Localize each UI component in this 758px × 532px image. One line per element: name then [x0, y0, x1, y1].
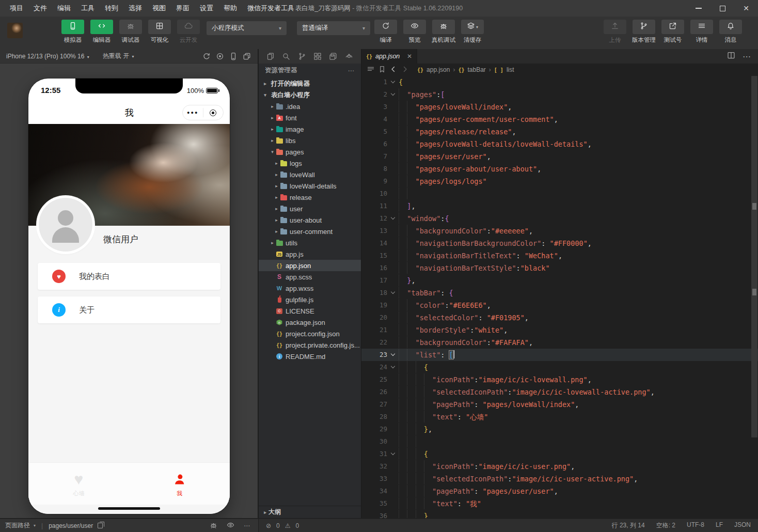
outline-menu-icon[interactable] — [367, 65, 375, 75]
tree-item-[interactable]: ▾表白墙小程序 — [259, 89, 361, 101]
breadcrumb-item[interactable]: tabBar — [467, 66, 485, 73]
nav-forward-icon[interactable] — [401, 65, 409, 75]
code-line-26[interactable]: 26"selectedIconPath":"image/ic/ic-lovewa… — [361, 386, 758, 398]
tree-item-font[interactable]: ▸Afont — [259, 112, 361, 123]
more-icon[interactable]: ●●● — [183, 110, 203, 115]
cursor-position[interactable]: 行 23, 列 14 — [612, 521, 645, 530]
sim-windows-button[interactable] — [240, 52, 254, 60]
footer-more-icon[interactable]: ⋯ — [244, 522, 250, 529]
menu-item-6[interactable]: 视图 — [148, 2, 170, 15]
toolbar-grid-button[interactable]: 可视化 — [148, 20, 171, 44]
toolbar-phone-button[interactable]: 模拟器 — [61, 20, 85, 44]
menu-item-about[interactable]: i 关于 — [38, 296, 220, 323]
nav-back-icon[interactable] — [389, 65, 398, 75]
tree-item-user-comment[interactable]: ▸user-comment — [259, 226, 361, 237]
code-line-21[interactable]: 21"borderStyle":"white", — [361, 324, 758, 336]
tree-item-user-about[interactable]: ▸user-about — [259, 214, 361, 226]
tab-app-json[interactable]: {} app.json ✕ — [361, 49, 417, 64]
menu-item-8[interactable]: 设置 — [195, 2, 218, 15]
indent-setting[interactable]: 空格: 2 — [656, 521, 675, 530]
code-line-23[interactable]: 23"list": [ — [361, 349, 758, 361]
tree-item-package.json[interactable]: npackage.json — [259, 317, 361, 328]
tab-me[interactable]: 我 — [129, 463, 230, 505]
exit-target-icon[interactable] — [203, 109, 224, 116]
code-line-14[interactable]: 14"navigationBarBackgroundColor": "#FF00… — [361, 237, 758, 249]
tree-item-app.wxss[interactable]: Wapp.wxss — [259, 283, 361, 294]
code-line-4[interactable]: 4"pages/user-comment/user-comment", — [361, 113, 758, 126]
toolbar-bug-button[interactable]: 调试器 — [119, 20, 143, 44]
user-avatar[interactable] — [7, 23, 23, 38]
language-mode[interactable]: JSON — [734, 521, 751, 530]
fold-chevron-icon[interactable] — [391, 364, 395, 368]
toolbar-code-button[interactable]: 编辑器 — [90, 20, 114, 44]
code-line-19[interactable]: 19"color":"#E6E6E6", — [361, 299, 758, 311]
strip-teapot-icon[interactable] — [345, 52, 353, 60]
device-select[interactable]: iPhone 12/13 (Pro) 100% 16 ▾ — [0, 53, 89, 60]
menu-item-10[interactable]: 微信开发者工具 — [243, 2, 299, 15]
breadcrumb-item[interactable]: list — [507, 66, 514, 73]
breadcrumb-item[interactable]: app.json — [427, 66, 450, 73]
code-line-16[interactable]: 16"navigationBarTextStyle":"black" — [361, 262, 758, 274]
code-line-18[interactable]: 18"tabBar": { — [361, 287, 758, 299]
profile-avatar[interactable] — [39, 198, 92, 252]
code-line-2[interactable]: 2"pages":[ — [361, 88, 758, 101]
code-line-12[interactable]: 12"window":{ — [361, 212, 758, 225]
menu-item-0[interactable]: 项目 — [5, 2, 28, 15]
code-line-34[interactable]: 34"pagePath": "pages/user/user", — [361, 485, 758, 497]
sim-phone-button[interactable] — [227, 52, 240, 60]
code-line-30[interactable]: 30 — [361, 435, 758, 448]
fold-chevron-icon[interactable] — [391, 290, 395, 294]
close-button[interactable]: ✕ — [734, 0, 758, 17]
warnings-count[interactable]: 0 — [296, 522, 299, 529]
compile-select[interactable]: 普通编译▾ — [297, 21, 370, 35]
code-line-25[interactable]: 25"iconPath":"image/ic/ic-lovewall.png", — [361, 373, 758, 386]
code-line-9[interactable]: 9"pages/logs/logs" — [361, 175, 758, 187]
code-line-27[interactable]: 27"pagePath": "pages/loveWall/index", — [361, 398, 758, 411]
hot-reload-toggle[interactable]: 热重载 开 ▾ — [89, 52, 134, 60]
strip-files-icon[interactable] — [266, 52, 275, 60]
toolbar-bell-button[interactable]: 消息 — [719, 20, 743, 44]
code-line-22[interactable]: 22"backgroundColor":"#FAFAFA", — [361, 336, 758, 349]
fold-chevron-icon[interactable] — [391, 352, 395, 356]
menu-item-7[interactable]: 界面 — [171, 2, 194, 15]
toolbar-refresh-action[interactable]: 编译 — [374, 20, 398, 44]
toolbar-cloud-button[interactable]: 云开发 — [177, 20, 200, 44]
close-icon[interactable]: ✕ — [407, 53, 412, 60]
editor-scrollbar[interactable] — [751, 76, 757, 437]
debug-icon[interactable] — [210, 521, 217, 530]
tree-item-loveWall[interactable]: ▸loveWall — [259, 169, 361, 180]
toolbar-lines-button[interactable]: 详情 — [690, 20, 714, 44]
code-line-11[interactable]: 11], — [361, 200, 758, 212]
fold-chevron-icon[interactable] — [391, 91, 395, 96]
tree-item-user[interactable]: ▸user — [259, 203, 361, 214]
tree-item-logs[interactable]: ▸logs — [259, 158, 361, 169]
mode-select[interactable]: 小程序模式▾ — [207, 21, 287, 35]
toolbar-branch-button[interactable]: 版本管理 — [632, 20, 656, 44]
tree-item-project.config.json[interactable]: {}project.config.json — [259, 328, 361, 339]
code-line-17[interactable]: 17}, — [361, 274, 758, 287]
copy-icon[interactable] — [98, 523, 103, 528]
code-line-13[interactable]: 13"backgroundColor":"#eeeeee", — [361, 225, 758, 237]
code-line-33[interactable]: 33"selectedIconPath":"image/ic/ic-user-a… — [361, 473, 758, 485]
code-line-29[interactable]: 29}, — [361, 423, 758, 435]
menu-item-4[interactable]: 转到 — [100, 2, 123, 15]
code-line-28[interactable]: 28"text": "心墙" — [361, 411, 758, 423]
split-icon[interactable] — [727, 51, 735, 61]
strip-blocks-icon[interactable] — [313, 52, 322, 60]
toolbar-upload-button[interactable]: 上传 — [603, 20, 627, 44]
tree-item-loveWall-details[interactable]: ▸loveWall-details — [259, 180, 361, 192]
code-line-35[interactable]: 35"text": "我" — [361, 497, 758, 510]
code-area[interactable]: 1{2"pages":[3"pages/loveWall/index",4"pa… — [361, 76, 758, 518]
tree-item-app.json[interactable]: {}app.json — [259, 260, 361, 271]
page-path-label[interactable]: 页面路径 — [5, 521, 30, 530]
tree-item-app.scss[interactable]: Sapp.scss — [259, 271, 361, 283]
bookmark-icon[interactable] — [378, 65, 386, 75]
encoding[interactable]: UTF-8 — [687, 521, 704, 530]
warnings-icon[interactable]: ⚠ — [285, 522, 291, 529]
editor-more-icon[interactable]: ⋯ — [743, 52, 751, 61]
errors-icon[interactable]: ⊘ — [266, 522, 271, 529]
sim-record-button[interactable] — [213, 52, 227, 60]
code-line-1[interactable]: 1{ — [361, 76, 758, 88]
tree-item-LICENSE[interactable]: ©LICENSE — [259, 305, 361, 317]
capsule-menu[interactable]: ●●● — [182, 105, 224, 120]
